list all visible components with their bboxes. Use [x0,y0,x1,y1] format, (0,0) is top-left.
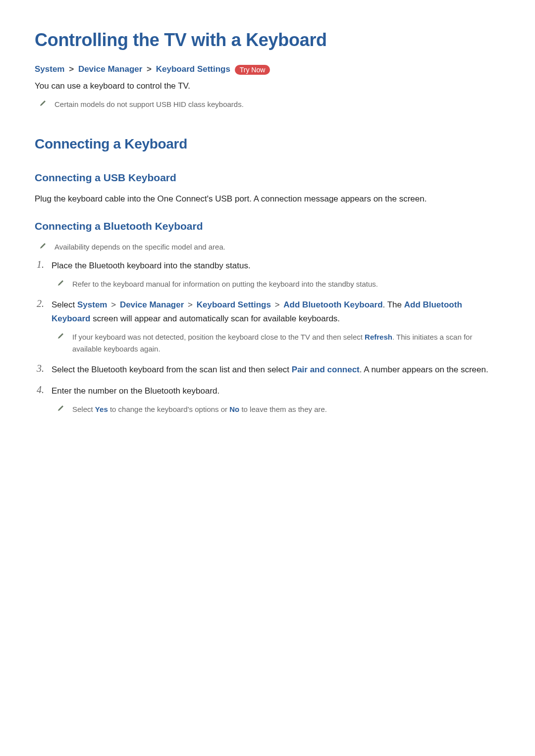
step-item: Place the Bluetooth keyboard into the st… [35,259,500,290]
pair-connect-action: Pair and connect [292,365,360,374]
note-text: Refer to the keyboard manual for informa… [72,278,378,290]
menu-path-device-manager: Device Manager [120,300,184,309]
note-text: If your keyboard was not detected, posit… [72,331,500,355]
note-text-fragment: to change the keyboard's options or [108,405,230,413]
pencil-icon [40,100,47,106]
menu-path-add-bluetooth: Add Bluetooth Keyboard [283,300,382,309]
note-text-fragment: to leave them as they are. [239,405,327,413]
path-separator: > [109,300,117,309]
step-text-fragment: Select [52,300,77,309]
step-text-fragment: . A number appears on the screen. [360,365,488,374]
pencil-icon [57,404,64,411]
try-now-badge[interactable]: Try Now [235,65,270,75]
note-text: Certain models do not support USB HID cl… [54,99,244,110]
pencil-icon [57,332,64,339]
step-text: Enter the number on the Bluetooth keyboa… [52,384,500,398]
breadcrumb-separator: > [145,64,154,74]
no-option: No [229,405,239,413]
step-item: Select the Bluetooth keyboard from the s… [35,363,500,376]
step-text: Place the Bluetooth keyboard into the st… [52,259,500,272]
page-title: Controlling the TV with a Keyboard [35,30,500,50]
note-item: If your keyboard was not detected, posit… [52,331,500,355]
note-text-fragment: Select [72,405,95,413]
yes-option: Yes [95,405,108,413]
step-text-fragment: Select the Bluetooth keyboard from the s… [52,365,292,374]
menu-path-system: System [77,300,107,309]
breadcrumb-item-keyboard-settings[interactable]: Keyboard Settings [156,64,230,74]
usb-body-text: Plug the keyboard cable into the One Con… [35,193,500,205]
menu-path-keyboard-settings: Keyboard Settings [197,300,271,309]
step-text-fragment: screen will appear and automatically sca… [90,314,340,323]
note-text: Availability depends on the specific mod… [54,241,225,253]
steps-list: Place the Bluetooth keyboard into the st… [35,259,500,415]
intro-text: You can use a keyboard to control the TV… [35,80,500,93]
note-item: Refer to the keyboard manual for informa… [52,278,500,290]
subsection-heading-bluetooth: Connecting a Bluetooth Keyboard [35,220,500,232]
subsection-heading-usb: Connecting a USB Keyboard [35,172,500,184]
refresh-action: Refresh [365,333,392,341]
step-text-fragment: . The [383,300,404,309]
note-text: Select Yes to change the keyboard's opti… [72,403,327,415]
note-item: Availability depends on the specific mod… [35,241,500,253]
path-separator: > [273,300,281,309]
breadcrumb: System > Device Manager > Keyboard Setti… [35,64,500,75]
breadcrumb-item-device-manager[interactable]: Device Manager [78,64,142,74]
note-text-fragment: If your keyboard was not detected, posit… [72,333,365,341]
note-item: Certain models do not support USB HID cl… [35,99,500,110]
pencil-icon [57,279,64,286]
step-text: Select the Bluetooth keyboard from the s… [52,363,500,376]
path-separator: > [186,300,194,309]
breadcrumb-separator: > [67,64,76,74]
note-item: Select Yes to change the keyboard's opti… [52,403,500,415]
step-item: Enter the number on the Bluetooth keyboa… [35,384,500,415]
step-item: Select System > Device Manager > Keyboar… [35,298,500,354]
pencil-icon [40,242,47,249]
step-text: Select System > Device Manager > Keyboar… [52,298,500,325]
breadcrumb-item-system[interactable]: System [35,64,64,74]
section-heading-connecting: Connecting a Keyboard [35,136,500,152]
